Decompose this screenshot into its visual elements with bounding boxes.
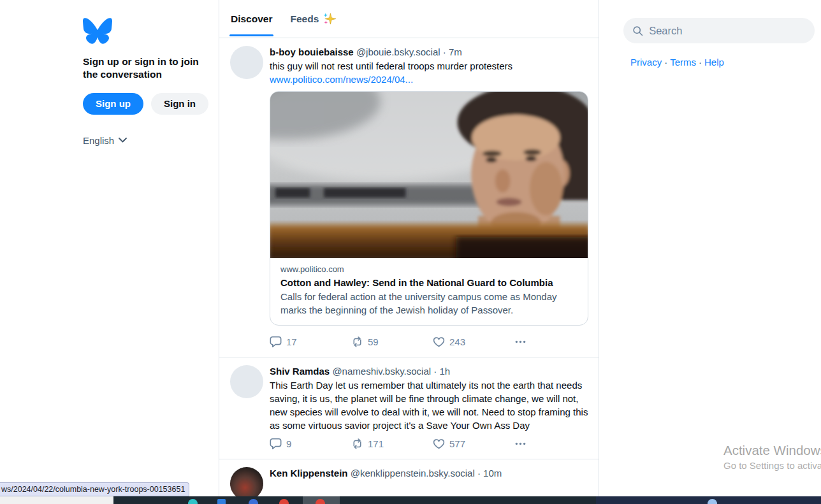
chevron-down-icon [119,138,127,143]
taskbar-icon-blue-square[interactable] [217,499,226,504]
tab-discover[interactable]: Discover [222,0,281,38]
post-external-link[interactable]: www.politico.com/news/2024/04... [270,73,588,86]
left-sidebar: Sign up or sign in to join the conversat… [0,0,219,504]
language-selector[interactable]: English [83,135,219,146]
post-handle[interactable]: @kenklippenstein.bsky.social [351,468,475,479]
post-1[interactable]: b-boy bouiebaisse @jbouie.bsky.social · … [219,38,599,357]
signup-tagline: Sign up or sign in to join the conversat… [83,55,205,82]
reply-button[interactable]: 17 [270,336,351,348]
bluesky-butterfly-logo[interactable] [83,18,112,44]
like-count: 243 [449,336,465,347]
footer-links: Privacy·Terms·Help [630,57,724,68]
auth-buttons: Sign up Sign in [83,93,219,115]
taskbar-left-segment [0,496,113,504]
taskbar-icon-teal[interactable] [188,499,198,504]
post-author[interactable]: b-boy bouiebaisse [270,47,354,57]
taskbar-icon-blue[interactable] [249,499,258,504]
post-handle[interactable]: @jbouie.bsky.social [356,47,440,57]
search-input[interactable] [649,25,806,37]
post-2[interactable]: Shiv Ramdas @nameshiv.bsky.social · 1h T… [219,357,599,459]
post-author[interactable]: Shiv Ramdas [270,366,330,377]
avatar[interactable] [230,365,263,398]
repost-button[interactable]: 59 [351,336,433,348]
post-time: 1h [439,366,450,377]
post-author[interactable]: Ken Klippenstein [270,468,348,479]
like-button[interactable]: 577 [433,438,514,450]
taskbar-icon-red-2[interactable] [316,499,325,504]
reply-icon [270,336,282,348]
heart-icon [433,438,445,450]
active-tab-underline [229,34,273,36]
sign-in-button[interactable]: Sign in [151,93,208,115]
post-text: This Earth Day let us remember that ulti… [270,378,588,432]
ellipsis-icon [514,438,527,450]
card-domain: www.politico.com [280,264,578,274]
feed-tabs: Discover Feeds [219,0,599,38]
ellipsis-icon [514,336,527,348]
post-menu-button[interactable] [514,438,527,450]
language-label: English [83,135,114,146]
repost-icon [351,336,363,348]
link-status-tooltip: ws/2024/04/22/columbia-new-york-troops-0… [0,482,189,496]
taskbar-icon-lightblue[interactable] [708,499,717,504]
card-image [270,92,588,258]
repost-count: 171 [368,438,384,449]
repost-count: 59 [368,336,379,347]
card-title: Cotton and Hawley: Send in the National … [280,277,578,288]
help-link[interactable]: Help [704,57,724,68]
avatar[interactable] [230,46,263,79]
privacy-link[interactable]: Privacy [630,57,662,68]
feed-column: Discover Feeds b-boy bouiebaisse @jbouie… [219,0,599,504]
windows-taskbar[interactable] [0,496,821,504]
post-menu-button[interactable] [514,336,527,348]
link-card[interactable]: www.politico.com Cotton and Hawley: Send… [270,91,588,325]
post-time: 10m [483,468,502,479]
search-bar[interactable] [623,18,815,43]
avatar[interactable] [230,467,263,500]
taskbar-icon-red-1[interactable] [279,499,289,504]
engagement-bar: 17 59 243 [270,336,588,348]
repost-icon [351,438,363,450]
tab-feeds[interactable]: Feeds [281,0,345,38]
engagement-bar: 9 171 577 [270,438,588,450]
post-text: this guy will not rest until federal tro… [270,59,588,73]
card-description: Calls for federal action at the universi… [280,291,578,317]
bluesky-page: Sign up or sign in to join the conversat… [0,0,821,504]
activate-windows-watermark: Activate Windows Go to Settings to activ… [723,443,821,471]
like-count: 577 [449,438,465,449]
heart-icon [433,336,445,348]
reply-button[interactable]: 9 [270,438,351,450]
reply-count: 17 [286,336,297,347]
sign-up-button[interactable]: Sign up [83,93,143,115]
post-time: 7m [449,47,462,57]
terms-link[interactable]: Terms [670,57,696,68]
reply-count: 9 [286,438,291,449]
search-icon [632,25,643,37]
post-handle[interactable]: @nameshiv.bsky.social [332,366,431,377]
repost-button[interactable]: 171 [351,438,433,450]
sparkles-icon [323,12,336,25]
reply-icon [270,438,282,450]
like-button[interactable]: 243 [433,336,514,348]
